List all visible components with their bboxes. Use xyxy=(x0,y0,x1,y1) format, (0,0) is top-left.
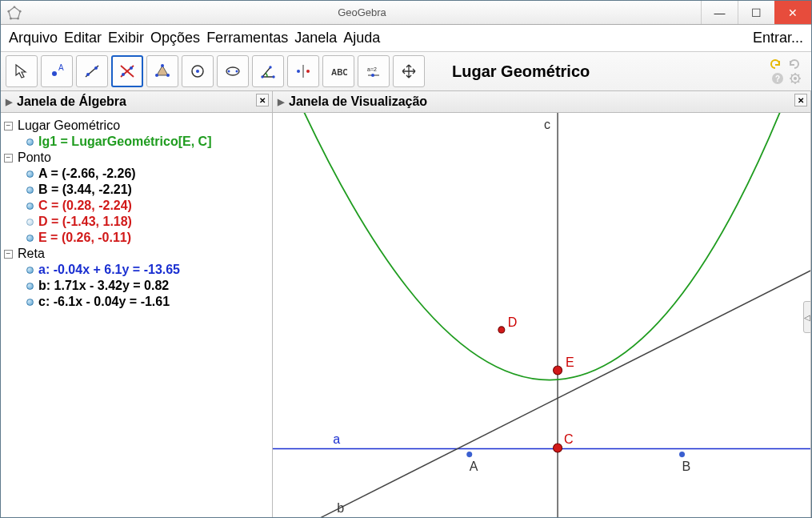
svg-point-50 xyxy=(679,452,685,457)
item-C[interactable]: C = (0.28, -2.24) xyxy=(4,198,269,214)
menu-help[interactable]: Ajuda xyxy=(343,30,380,46)
graphics-view[interactable]: A B C D E a b c ◁ xyxy=(273,113,810,517)
menu-options[interactable]: Opções xyxy=(150,30,200,46)
category-point[interactable]: −Ponto xyxy=(4,150,269,166)
svg-point-5 xyxy=(7,10,10,12)
help-icon[interactable]: ? xyxy=(771,72,784,85)
menu-view[interactable]: Exibir xyxy=(108,30,144,46)
svg-point-52 xyxy=(498,327,505,333)
svg-text:A: A xyxy=(58,63,64,72)
svg-point-18 xyxy=(155,74,158,77)
graphics-panel-title: Janela de Visualização xyxy=(289,94,427,109)
redo-icon[interactable] xyxy=(787,58,802,70)
svg-point-25 xyxy=(269,66,271,68)
caret-icon[interactable]: ▶ xyxy=(278,97,284,107)
svg-text:ABC: ABC xyxy=(331,68,347,77)
svg-point-33 xyxy=(371,74,374,77)
label-c: c xyxy=(544,117,550,131)
menu-login[interactable]: Entrar... xyxy=(753,30,803,46)
minimize-button[interactable]: — xyxy=(701,1,738,24)
svg-point-17 xyxy=(166,74,170,77)
label-b: b xyxy=(337,500,344,515)
close-button[interactable]: ✕ xyxy=(774,1,811,24)
svg-line-42 xyxy=(791,74,792,75)
item-A[interactable]: A = (-2.66, -2.26) xyxy=(4,166,269,182)
svg-point-28 xyxy=(297,70,300,73)
svg-point-3 xyxy=(17,17,19,19)
svg-point-13 xyxy=(122,73,125,76)
tool-point[interactable]: A xyxy=(41,55,73,87)
svg-point-51 xyxy=(554,444,562,452)
menu-tools[interactable]: Ferramentas xyxy=(206,30,288,46)
maximize-button[interactable]: ☐ xyxy=(738,1,774,24)
undo-icon[interactable] xyxy=(768,58,782,70)
menu-edit[interactable]: Editar xyxy=(64,30,102,46)
label-E: E xyxy=(566,355,574,369)
item-B[interactable]: B = (3.44, -2.21) xyxy=(4,182,269,198)
tool-circle[interactable] xyxy=(182,55,214,87)
tool-polygon[interactable] xyxy=(146,55,178,87)
svg-point-4 xyxy=(10,17,12,19)
menu-file[interactable]: Arquivo xyxy=(9,30,58,46)
label-A: A xyxy=(470,459,478,473)
tool-move[interactable] xyxy=(6,55,38,87)
svg-point-20 xyxy=(196,70,199,73)
app-logo xyxy=(6,4,23,22)
svg-point-37 xyxy=(794,77,797,80)
svg-point-23 xyxy=(236,70,238,73)
window-title: GeoGebra xyxy=(23,6,701,18)
svg-text:a=2: a=2 xyxy=(367,66,377,72)
caret-icon[interactable]: ▶ xyxy=(6,97,12,107)
tool-reflect[interactable] xyxy=(287,55,319,87)
svg-point-53 xyxy=(554,366,562,375)
tool-slider[interactable]: a=2 xyxy=(358,55,390,87)
algebra-panel-title: Janela de Álgebra xyxy=(17,94,126,109)
item-a[interactable]: a: -0.04x + 6.1y = -13.65 xyxy=(4,262,269,278)
item-D[interactable]: D = (-1.43, 1.18) xyxy=(4,214,269,230)
tool-angle[interactable] xyxy=(252,55,284,87)
svg-point-1 xyxy=(14,6,16,8)
window-buttons: — ☐ ✕ xyxy=(701,1,811,24)
titlebar: GeoGebra — ☐ ✕ xyxy=(1,1,811,25)
svg-point-6 xyxy=(52,71,57,76)
item-c[interactable]: c: -6.1x - 0.04y = -1.61 xyxy=(4,294,269,310)
graphics-panel-header: ▶ Janela de Visualização ✕ xyxy=(273,91,810,113)
panels: ▶ Janela de Álgebra ✕ −Lugar Geométrico … xyxy=(1,91,811,517)
svg-point-29 xyxy=(306,70,310,73)
algebra-tree[interactable]: −Lugar Geométrico lg1 = LugarGeométrico[… xyxy=(1,113,272,517)
tool-special-line[interactable] xyxy=(111,55,143,87)
tool-text[interactable]: ABC xyxy=(322,55,354,87)
label-a: a xyxy=(333,432,340,446)
svg-point-10 xyxy=(94,66,98,70)
menu-window[interactable]: Janela xyxy=(294,30,337,46)
panel-close-button[interactable]: ✕ xyxy=(256,94,269,106)
toolbar: A ABC a=2 Lugar Geométrico ? xyxy=(1,52,811,91)
settings-icon[interactable] xyxy=(789,72,802,85)
category-line[interactable]: −Reta xyxy=(4,246,269,262)
item-b[interactable]: b: 1.71x - 3.42y = 0.82 xyxy=(4,278,269,294)
svg-point-16 xyxy=(161,64,164,67)
svg-point-2 xyxy=(19,10,22,12)
item-E[interactable]: E = (0.26, -0.11) xyxy=(4,230,269,246)
svg-point-14 xyxy=(130,66,133,70)
tool-conic[interactable] xyxy=(217,55,249,87)
label-B: B xyxy=(682,459,691,473)
svg-point-49 xyxy=(466,452,472,457)
algebra-panel: ▶ Janela de Álgebra ✕ −Lugar Geométrico … xyxy=(1,91,273,517)
svg-line-48 xyxy=(273,251,810,517)
svg-point-22 xyxy=(228,70,230,73)
tool-name-label: Lugar Geométrico xyxy=(452,62,590,81)
svg-point-26 xyxy=(272,75,274,78)
toolbar-extra: ? xyxy=(768,58,802,85)
item-lg1[interactable]: lg1 = LugarGeométrico[E, C] xyxy=(4,134,269,150)
svg-marker-0 xyxy=(9,6,20,18)
menubar: Arquivo Editar Exibir Opções Ferramentas… xyxy=(1,25,811,52)
panel-close-button[interactable]: ✕ xyxy=(794,94,807,106)
tool-move-view[interactable] xyxy=(393,55,425,87)
svg-point-9 xyxy=(86,73,90,76)
side-handle[interactable]: ◁ xyxy=(803,301,811,333)
svg-line-43 xyxy=(798,82,799,82)
tool-line[interactable] xyxy=(76,55,108,87)
svg-line-45 xyxy=(798,74,799,75)
category-locus[interactable]: −Lugar Geométrico xyxy=(4,118,269,134)
